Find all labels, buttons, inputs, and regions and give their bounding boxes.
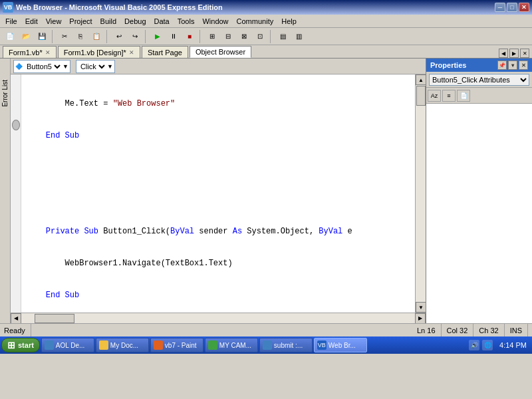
toolbar-paste[interactable]: 📋 xyxy=(89,29,104,44)
properties-pin-btn[interactable]: 📌 xyxy=(497,61,507,70)
toolbar-sep2 xyxy=(106,30,109,43)
tab-bar: Form1.vb* ✕ Form1.vb [Design]* ✕ Start P… xyxy=(0,45,532,59)
toolbar-sep1 xyxy=(52,30,55,43)
toolbar-b5[interactable]: ▤ xyxy=(275,29,290,44)
properties-object-selector[interactable]: Button5_Click Attributes xyxy=(429,74,529,86)
taskbar-item-5[interactable]: VB Web Br... xyxy=(314,338,367,352)
taskbar-item-4[interactable]: submit :... xyxy=(259,338,313,352)
title-bar: VB Web Browser - Microsoft Visual Basic … xyxy=(0,0,532,15)
toolbar-b6[interactable]: ▥ xyxy=(291,29,306,44)
menu-project[interactable]: Project xyxy=(65,15,96,27)
menu-window[interactable]: Window xyxy=(198,15,232,27)
taskbar-item-1[interactable]: My Doc... xyxy=(96,338,149,352)
menu-data[interactable]: Data xyxy=(150,15,174,27)
taskbar-item-2[interactable]: vb7 - Paint xyxy=(150,338,203,352)
toolbar-b3[interactable]: ⊠ xyxy=(237,29,251,44)
error-list-tab[interactable]: Error List xyxy=(0,78,10,108)
toolbar-sep4 xyxy=(200,30,202,43)
tab-objectbrowser-label: Object Browser xyxy=(196,48,245,56)
tab-startpage[interactable]: Start Page xyxy=(142,46,188,58)
taskbar-label-1: My Doc... xyxy=(110,342,138,349)
tab-startpage-label: Start Page xyxy=(148,49,182,57)
scroll-track[interactable] xyxy=(416,85,426,302)
toolbar-pause[interactable]: ⏸ xyxy=(166,29,181,44)
editor-toolbar: 🔷 Button5 ▼ Click ▼ xyxy=(11,59,426,74)
menu-view[interactable]: View xyxy=(42,15,66,27)
start-icon: ⊞ xyxy=(7,340,15,350)
horizontal-scrollbar[interactable]: ◀ ▶ xyxy=(11,313,426,323)
toolbar-redo[interactable]: ↪ xyxy=(128,29,142,44)
scroll-up-btn[interactable]: ▲ xyxy=(416,74,426,85)
app-icon: VB xyxy=(3,2,13,13)
tab-close-active-btn[interactable]: ✕ xyxy=(520,49,529,58)
toolbar-undo[interactable]: ↩ xyxy=(112,29,126,44)
menu-tools[interactable]: Tools xyxy=(174,15,199,27)
tab-form1design[interactable]: Form1.vb [Design]* ✕ xyxy=(58,46,140,58)
menu-debug[interactable]: Debug xyxy=(120,15,150,27)
taskbar-label-5: Web Br... xyxy=(329,342,356,349)
prop-pages-btn[interactable]: 📄 xyxy=(457,90,470,102)
menu-file[interactable]: File xyxy=(1,15,21,27)
h-scroll-track[interactable] xyxy=(21,313,415,323)
scroll-down-btn[interactable]: ▼ xyxy=(416,302,426,313)
toolbar-open[interactable]: 📂 xyxy=(19,29,33,44)
breakpoint-1[interactable] xyxy=(12,120,20,130)
tab-form1design-close[interactable]: ✕ xyxy=(129,49,134,56)
toolbar-run[interactable]: ▶ xyxy=(150,29,165,44)
status-bar: Ready Ln 16 Col 32 Ch 32 INS xyxy=(0,323,532,336)
taskbar-item-3[interactable]: MY CAM... xyxy=(205,338,258,352)
menu-help[interactable]: Help xyxy=(277,15,301,27)
tab-prev-btn[interactable]: ◀ xyxy=(499,49,508,58)
maximize-button[interactable]: □ xyxy=(507,3,517,12)
event-dropdown[interactable]: Click xyxy=(78,61,107,72)
vertical-scrollbar[interactable]: ▲ ▼ xyxy=(415,74,426,313)
code-content[interactable]: Me.Text = "Web Browser" End Sub Private … xyxy=(21,74,415,313)
toolbar-copy[interactable]: ⎘ xyxy=(73,29,88,44)
properties-title: Properties xyxy=(430,61,466,69)
status-mode: INS xyxy=(505,324,528,336)
prop-sort-cat-btn[interactable]: ≡ xyxy=(442,90,456,102)
taskbar-icon-0 xyxy=(45,340,54,350)
properties-menu-btn[interactable]: ▾ xyxy=(508,61,517,70)
close-button[interactable]: ✕ xyxy=(519,3,529,12)
taskbar-item-0[interactable]: AOL De... xyxy=(41,338,94,352)
start-button[interactable]: ⊞ start xyxy=(1,338,40,352)
scroll-right-btn[interactable]: ▶ xyxy=(415,313,426,324)
scroll-thumb[interactable] xyxy=(416,86,426,106)
scroll-left-btn[interactable]: ◀ xyxy=(11,313,21,324)
object-dropdown-arrow[interactable]: ▼ xyxy=(63,63,68,70)
tab-objectbrowser[interactable]: Object Browser xyxy=(190,46,251,58)
taskbar: ⊞ start AOL De... My Doc... vb7 - Paint … xyxy=(0,336,532,354)
toolbar-new[interactable]: 📄 xyxy=(3,29,17,44)
tab-form1vb[interactable]: Form1.vb* ✕ xyxy=(3,46,57,58)
menu-build[interactable]: Build xyxy=(96,15,120,27)
tab-form1design-label: Form1.vb [Design]* xyxy=(64,49,126,57)
status-col: Col 32 xyxy=(442,324,474,336)
toolbar-b4[interactable]: ⊡ xyxy=(253,29,267,44)
toolbar-b2[interactable]: ⊟ xyxy=(221,29,235,44)
code-line-7: End Sub xyxy=(27,290,410,301)
tab-form1vb-close[interactable]: ✕ xyxy=(45,49,51,56)
menu-edit[interactable]: Edit xyxy=(21,15,42,27)
h-scroll-thumb[interactable] xyxy=(35,314,74,323)
toolbar-cut[interactable]: ✂ xyxy=(57,29,72,44)
code-line-1: Me.Text = "Web Browser" xyxy=(27,98,410,109)
event-dropdown-arrow[interactable]: ▼ xyxy=(107,63,113,70)
code-line-6: WebBrowser1.Navigate(TextBox1.Text) xyxy=(27,258,410,269)
menu-community[interactable]: Community xyxy=(233,15,278,27)
toolbar-save[interactable]: 💾 xyxy=(35,29,49,44)
properties-close-btn[interactable]: ✕ xyxy=(519,61,528,70)
object-dropdown[interactable]: Button5 xyxy=(24,61,63,72)
minimize-button[interactable]: ─ xyxy=(495,3,505,12)
taskbar-icon-1 xyxy=(99,340,108,350)
prop-sort-alpha-btn[interactable]: Az xyxy=(428,90,441,102)
code-line-2: End Sub xyxy=(27,130,410,141)
code-area: Me.Text = "Web Browser" End Sub Private … xyxy=(11,74,426,313)
taskbar-icon-2 xyxy=(154,340,163,350)
tab-next-btn[interactable]: ▶ xyxy=(509,49,519,58)
main-area: Error List 🔷 Button5 ▼ Click ▼ xyxy=(0,59,532,323)
clock: 4:14 PM xyxy=(495,341,531,349)
taskbar-label-0: AOL De... xyxy=(56,342,85,349)
toolbar-stop[interactable]: ■ xyxy=(182,29,197,44)
toolbar-b1[interactable]: ⊞ xyxy=(205,29,219,44)
